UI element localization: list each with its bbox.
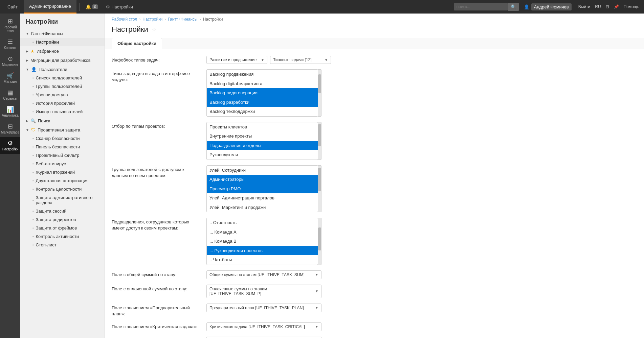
sidebar-section-header-users[interactable]: ▼ 👤 Пользователи [20,65,105,74]
tab-general[interactable]: Общие настройки [112,38,162,49]
nav-item-analytics[interactable]: 📊 Аналитика [0,103,20,120]
select-total-sum[interactable]: Общие суммы по этапам [UF_ITHIVE_TASK_SU… [206,270,321,279]
control-project-types: Проекты клиентов Внутренние проекты Подр… [206,122,409,160]
sidebar-item-proactive-filter[interactable]: ▪ Проактивный фильтр [20,151,105,160]
proactive-icon: 🛡 [31,127,36,132]
user-list-dot: ▪ [32,76,34,80]
sidebar-section-header-search[interactable]: ▶ 🔍 Поиск [20,117,105,125]
sidebar-section-header-proactive[interactable]: ▼ 🛡 Проактивная защита [20,126,105,134]
listbox-item[interactable]: Backlog digital-маркетинга [207,79,318,89]
admin-tab[interactable]: Администрирование [24,0,76,14]
sidebar-item-frame-protection[interactable]: ▪ Защита от фреймов [20,224,105,232]
top-bar: Сайт Администрирование 🔔 0 ⚙ Настройки 🔍… [0,0,644,14]
topbar-settings-link[interactable]: ⚙ Настройки [103,4,136,9]
listbox-item[interactable]: .. Отчетность [207,218,318,227]
listbox-item[interactable]: Улей: Администрация порталов [207,193,318,203]
listbox-item-selected[interactable]: Backlog лидогенерации [207,88,318,98]
listbox-item[interactable]: Проекты клиентов [207,122,318,132]
search-section-label: Поиск [38,118,50,123]
sidebar-section-header-favorites[interactable]: ▶ ★ Избранное [20,47,105,55]
lang-selector[interactable]: RU [593,4,603,9]
listbox-item[interactable]: Руководители [207,150,318,160]
sidebar-item-security-scanner[interactable]: ▪ Сканер безопасности [20,134,105,143]
view-toggle[interactable]: ⊟ [604,4,611,9]
breadcrumb-gantt[interactable]: Гантт+Финансы [168,17,198,22]
select-paid-sum[interactable]: Оплаченные суммы по этапам [UF_ITHIVE_TA… [206,285,321,298]
frame-protection-dot: ▪ [32,226,34,230]
notifications-button[interactable]: 🔔 0 [82,4,101,9]
sidebar-item-web-antivirus[interactable]: ▪ Веб-антивирус [20,160,105,168]
sidebar-item-admin-protection[interactable]: ▪ Защита административного раздела [20,193,105,207]
listbox-item[interactable]: ... Команда В [207,237,318,246]
listbox-item-selected[interactable]: Backlog разработки [207,98,318,107]
sidebar-section-header-gantt[interactable]: ▼ Гантт+Финансы [20,29,105,38]
listbox-item[interactable]: Backlog техподдержки [207,107,318,116]
user-groups-label: Группы пользователей [36,84,82,89]
listbox-item[interactable]: .. Чат-боты [207,255,318,265]
access-levels-label: Уровни доступа [36,92,68,97]
listbox-item[interactable]: Улей: Сотрудники [207,166,318,175]
dropdown-task-type-iblock[interactable]: Развитие и продвижение ▼ [206,56,267,64]
admin-protection-label: Защита административного раздела [36,195,99,205]
pin-button[interactable]: 📌 [612,4,621,9]
nav-item-services[interactable]: ▦ Сервисы [0,86,20,103]
sidebar-item-two-step[interactable]: ▪ Двухэтапная авторизация [20,176,105,185]
logout-button[interactable]: Выйти [576,4,593,9]
sidebar-item-import-users[interactable]: ▪ Импорт пользователей [20,107,105,116]
sidebar-item-integrity[interactable]: ▪ Контроль целостности [20,185,105,193]
select-value-prelim-plan: Предварительный план [UF_ITHIVE_TASK_PLA… [209,306,304,310]
listbox-item-selected[interactable]: Просмотр РМО [207,184,318,194]
settings-dot: ▪ [32,40,34,44]
search-input[interactable] [454,3,508,10]
sidebar-item-redirect-protection[interactable]: ▪ Защита редиректов [20,215,105,224]
listbox-item-selected[interactable]: Подразделения и отделы [207,141,318,150]
sidebar-item-security-panel[interactable]: ▪ Панель безопасности [20,143,105,151]
chevron-down-icon-6: ▼ [315,325,318,329]
chevron-down-icon-4: ▼ [315,289,318,293]
user-menu[interactable]: 👤 Андрей Фомичев [520,3,575,10]
help-button[interactable]: Помощь [622,4,641,9]
listbox-item[interactable]: Backlog продвижения [207,70,318,79]
breadcrumb-settings[interactable]: Настройки [142,17,162,22]
listbox-item-selected[interactable]: Администраторы [207,175,318,184]
session-protection-label: Защита сессий [36,209,67,214]
row-hide-pmo-field: Поле с значением «Скрыть в РМО» Скрытие … [112,337,637,338]
nav-item-marketplace[interactable]: ⊟ Marketplace [0,120,20,137]
nav-item-content[interactable]: ☰ Контент [0,35,20,52]
sidebar-item-user-list[interactable]: ▪ Список пользователей [20,74,105,82]
breadcrumb-dashboard[interactable]: Рабочий стол [112,17,137,22]
sidebar-item-user-groups[interactable]: ▪ Группы пользователей [20,82,105,91]
label-hide-pmo-field: Поле с значением «Скрыть в РМО» [112,337,200,338]
nav-item-settings[interactable]: ⚙ Настройки [0,137,20,154]
sidebar-item-access-levels[interactable]: ▪ Уровни доступа [20,91,105,99]
listbox-item[interactable]: Улей: Маркетинг и продажи [207,203,318,212]
page-header: Настройки ☆ [105,24,644,38]
favorite-star-button[interactable]: ☆ [152,26,156,33]
listbox-item[interactable]: Внутренние проекты [207,131,318,141]
select-prelim-plan[interactable]: Предварительный план [UF_ITHIVE_TASK_PLA… [206,304,321,312]
sidebar-item-activity-control[interactable]: ▪ Контроль активности [20,232,105,241]
listbox-item[interactable]: ... Команда А [207,227,318,237]
row-critical-task-field: Поле с значением «Критическая задача»: К… [112,322,637,331]
sidebar-section-header-migrations[interactable]: ▶ Миграции для разработчиков [20,56,105,65]
label-total-sum-field: Поле с общей суммой по этапу: [112,270,200,278]
breadcrumb-sep-1: › [139,17,140,22]
select-critical-task[interactable]: Критическая задача [UF_ITHIVE_TASK_CRITI… [206,322,321,331]
sidebar-item-session-protection[interactable]: ▪ Защита сессий [20,207,105,215]
dropdown-typical-tasks[interactable]: Типовые задачи [12] ▼ [270,56,331,64]
site-tab[interactable]: Сайт [3,0,22,14]
sidebar-item-stop-list[interactable]: ▪ Стоп-лист [20,241,105,249]
listbox-item-selected[interactable]: ... Руководители проектов [207,246,318,256]
nav-item-dashboard[interactable]: ⊞ Рабочий стол [0,15,20,35]
content-area: Рабочий стол › Настройки › Гантт+Финансы… [105,14,644,338]
security-scanner-label: Сканер безопасности [36,136,80,141]
sidebar-item-settings[interactable]: ▪ Настройки [20,38,105,46]
search-button[interactable]: 🔍 [508,3,519,11]
sidebar-item-profile-history[interactable]: ▪ История профилей [20,99,105,107]
gantt-section-label: Гантт+Финансы [31,31,63,36]
nav-item-store[interactable]: 🛒 Магазин [0,69,20,86]
select-hide-pmo[interactable]: Скрытие РМО [UF_ITHIVE_TASK_HIDE] ▼ [206,337,321,338]
sidebar-item-intrusion-log[interactable]: ▪ Журнал вторжений [20,168,105,176]
settings-item-label: Настройки [36,40,59,45]
nav-item-marketing[interactable]: ⊙ Маркетинг [0,52,20,69]
